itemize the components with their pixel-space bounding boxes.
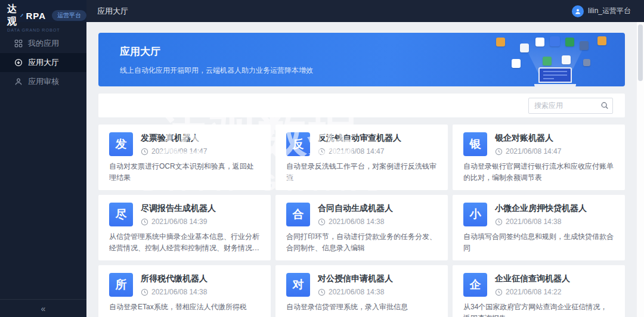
scrollbar-thumb[interactable] xyxy=(638,24,643,81)
main-content: 应用大厅 线上自动化应用开箱即用，云端机器人助力业务运营降本增效 xyxy=(86,22,637,317)
app-description: 自动对发票进行OCR文本识别和验真，返回处理结果 xyxy=(109,161,260,183)
clock-icon xyxy=(318,148,326,156)
sidebar-item-app-hall[interactable]: 应用大厅 xyxy=(0,53,86,72)
user-avatar-icon xyxy=(572,5,584,17)
app-description: 自动登录银行官网进行银行流水和应收应付账单的比对，编制余额调节表 xyxy=(463,161,614,183)
app-icon: 企 xyxy=(463,273,487,297)
brand-subtitle: DATA GRAND ROBOT xyxy=(7,28,70,33)
clock-icon xyxy=(141,218,148,226)
app-icon: 对 xyxy=(286,273,310,297)
platform-badge: 运营平台 xyxy=(52,10,86,21)
vertical-scrollbar[interactable] xyxy=(637,22,644,317)
clock-icon xyxy=(318,288,326,296)
app-title: 所得税代缴机器人 xyxy=(141,274,208,284)
app-description: 自动登录信贷管理系统，录入审批信息 xyxy=(286,302,437,313)
sidebar: 我的应用 应用大厅 应用审核 « xyxy=(0,22,86,317)
app-card-invoice-verify[interactable]: 发 发票验真机器人 2021/06/08 14:47 自动对发票进行OCR文本识… xyxy=(98,125,271,190)
app-description: 从信贷管理系统中摘录企业基本信息、行业分析经营情况、控制人经营和控制情况、财务情… xyxy=(109,231,260,253)
clock-icon xyxy=(495,218,503,226)
brand-name-en: RPA xyxy=(26,11,46,21)
user-name: lilin_运营平台 xyxy=(588,6,631,16)
sidebar-item-label: 我的应用 xyxy=(28,38,59,49)
folder-icon xyxy=(597,36,606,45)
app-title: 发票验真机器人 xyxy=(141,133,207,144)
app-title: 小微企业房押快贷机器人 xyxy=(495,203,587,214)
rocket-icon xyxy=(20,11,23,20)
app-icon: 发 xyxy=(109,132,133,156)
app-card-contract-gen[interactable]: 合 合同自动生成机器人 2021/06/08 14:38 合同打印环节，自动进行… xyxy=(275,195,448,260)
app-description: 自动登录反洗钱工作平台，对案例进行反洗钱审查 xyxy=(286,161,437,183)
app-time: 2021/06/08 14:38 xyxy=(506,217,561,226)
clock-icon xyxy=(141,288,148,296)
app-card-aml-review[interactable]: 反 反洗钱自动审查机器人 2021/06/08 14:47 自动登录反洗钱工作平… xyxy=(275,125,448,190)
app-time: 2021/06/08 14:47 xyxy=(151,147,207,156)
app-card-grid: 发 发票验真机器人 2021/06/08 14:47 自动对发票进行OCR文本识… xyxy=(98,125,625,317)
clock-icon xyxy=(141,148,148,156)
app-card-corp-credit-apply[interactable]: 对 对公授信申请机器人 2021/06/08 14:38 自动登录信贷管理系统，… xyxy=(275,265,448,317)
collapse-icon: « xyxy=(41,304,46,313)
app-icon: 尽 xyxy=(109,203,133,226)
brand-name-cn: 达观 xyxy=(7,3,17,28)
banner-subtitle: 线上自动化应用开箱即用，云端机器人助力业务运营降本增效 xyxy=(120,66,625,76)
app-title: 反洗钱自动审查机器人 xyxy=(318,133,401,144)
app-time: 2021/06/08 14:47 xyxy=(329,147,384,156)
app-description: 自动登录ETax系统，替相应法人代缴所得税 xyxy=(109,302,260,313)
app-card-bank-reconcile[interactable]: 银 银企对账机器人 2021/06/08 14:47 自动登录银行官网进行银行流… xyxy=(453,125,625,190)
app-time: 2021/06/08 14:47 xyxy=(506,147,561,156)
sidebar-collapse-button[interactable]: « xyxy=(0,299,86,317)
sidebar-item-my-apps[interactable]: 我的应用 xyxy=(0,34,86,53)
grid-icon xyxy=(14,39,23,48)
app-time: 2021/06/08 14:38 xyxy=(329,217,384,226)
app-title: 银企对账机器人 xyxy=(495,133,561,144)
app-card-sme-loan[interactable]: 小 小微企业房押快贷机器人 2021/06/08 14:38 自动填写合同签约信… xyxy=(453,195,625,260)
user-menu[interactable]: lilin_运营平台 xyxy=(572,5,631,17)
app-icon: 银 xyxy=(463,132,487,156)
app-title: 尽调报告生成机器人 xyxy=(141,203,216,214)
sidebar-item-label: 应用审核 xyxy=(28,76,59,87)
clock-icon xyxy=(318,218,326,226)
audit-icon xyxy=(14,77,23,86)
app-icon: 所 xyxy=(109,273,133,297)
banner-illustration xyxy=(489,33,614,86)
search-icon[interactable] xyxy=(600,101,609,110)
app-card-credit-inquiry[interactable]: 企 企业征信查询机器人 2021/06/08 14:22 从34个国家政府官方网… xyxy=(453,265,625,317)
app-time: 2021/06/08 14:38 xyxy=(329,288,384,296)
brand-logo: 达观 RPA 运营平台 DATA GRAND ROBOT xyxy=(0,0,86,22)
app-time: 2021/06/08 14:22 xyxy=(506,288,561,296)
clock-icon xyxy=(495,148,503,156)
topnav-tab-app-hall[interactable]: 应用大厅 xyxy=(97,6,128,17)
app-card-dd-report[interactable]: 尽 尽调报告生成机器人 2021/06/08 14:39 从信贷管理系统中摘录企… xyxy=(98,195,271,260)
app-icon: 反 xyxy=(286,132,310,156)
app-description: 从34个国家政府官方网站查询企业征信情况，返回查询报告 xyxy=(463,302,614,317)
sidebar-item-app-audit[interactable]: 应用审核 xyxy=(0,72,86,91)
app-description: 自动填写合同签约信息和规则，生成快贷借款合同 xyxy=(463,231,614,253)
app-title: 合同自动生成机器人 xyxy=(318,203,393,214)
app-title: 对公授信申请机器人 xyxy=(318,274,393,284)
hall-icon xyxy=(14,58,23,67)
app-icon: 小 xyxy=(463,203,487,226)
app-description: 合同打印环节，自动进行贷款业务的任务分发、合同制作、信息录入编辑 xyxy=(286,231,437,253)
app-hall-banner: 应用大厅 线上自动化应用开箱即用，云端机器人助力业务运营降本增效 xyxy=(98,33,625,86)
search-strip xyxy=(98,94,625,117)
app-icon: 合 xyxy=(286,203,310,226)
banner-title: 应用大厅 xyxy=(120,45,625,58)
app-card-income-tax[interactable]: 所 所得税代缴机器人 2021/06/08 14:38 自动登录ETax系统，替… xyxy=(98,265,271,317)
app-title: 企业征信查询机器人 xyxy=(495,274,570,284)
clock-icon xyxy=(495,288,503,296)
app-time: 2021/06/08 14:38 xyxy=(151,288,207,296)
sidebar-item-label: 应用大厅 xyxy=(28,57,59,68)
topbar: 达观 RPA 运营平台 DATA GRAND ROBOT 应用大厅 lilin_… xyxy=(0,0,644,22)
app-time: 2021/06/08 14:39 xyxy=(151,217,207,226)
